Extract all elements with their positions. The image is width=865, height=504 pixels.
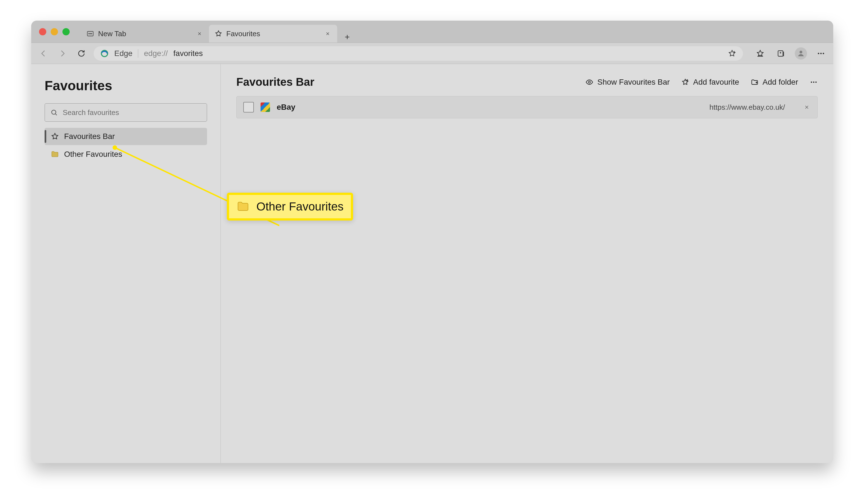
close-window-button[interactable] [39, 28, 46, 35]
main-header: Favourites Bar Show Favourites Bar Add f… [236, 76, 818, 88]
show-favourites-bar-button[interactable]: Show Favourites Bar [586, 78, 670, 86]
sidebar-tree: Favourites Bar Other Favourites [45, 128, 207, 163]
folder-icon [51, 150, 59, 159]
new-tab-button[interactable] [342, 32, 353, 43]
svg-point-6 [799, 51, 802, 54]
add-folder-button[interactable]: Add folder [751, 78, 798, 86]
svg-point-9 [823, 52, 824, 54]
tab-favourites[interactable]: Favourites [209, 25, 337, 43]
search-favourites[interactable] [45, 103, 207, 122]
more-menu-button[interactable] [814, 47, 828, 60]
tab-label: Favourites [226, 30, 260, 38]
profile-button[interactable] [795, 47, 807, 60]
action-label: Add folder [762, 78, 798, 86]
sidebar-title: Favourites [45, 78, 207, 93]
favourite-url: https://www.ebay.co.uk/ [710, 103, 785, 112]
site-favicon [261, 103, 270, 112]
svg-point-3 [91, 33, 92, 34]
favourite-name: eBay [277, 103, 296, 112]
svg-point-10 [51, 110, 56, 114]
close-tab-button[interactable] [324, 30, 332, 38]
annotation-label: Other Favourites [256, 200, 344, 213]
sidebar-item-favourites-bar[interactable]: Favourites Bar [45, 128, 207, 145]
sidebar-item-label: Other Favourites [64, 150, 122, 159]
tab-label: New Tab [98, 30, 126, 38]
add-favourite-star-button[interactable] [728, 49, 736, 58]
edge-logo-icon [100, 49, 109, 58]
delete-favourite-button[interactable] [803, 103, 811, 111]
action-label: Add favourite [693, 78, 739, 86]
address-brand: Edge [114, 49, 132, 58]
forward-button[interactable] [56, 47, 69, 60]
svg-point-11 [589, 81, 590, 83]
folder-icon [236, 200, 250, 213]
favourites-menu-button[interactable] [753, 47, 767, 60]
address-bar[interactable]: Edge edge://favorites [94, 46, 743, 61]
add-favourite-button[interactable]: Add favourite [681, 78, 739, 86]
star-icon [51, 132, 59, 141]
maximize-window-button[interactable] [62, 28, 70, 35]
tab-icon [86, 30, 94, 38]
svg-point-1 [89, 33, 89, 34]
svg-point-2 [90, 33, 91, 34]
url-page: favorites [173, 49, 203, 58]
main-panel: Favourites Bar Show Favourites Bar Add f… [221, 64, 833, 463]
tab-strip: New Tab Favourites [81, 21, 353, 43]
toolbar: Edge edge://favorites [31, 43, 833, 64]
tab-new-tab[interactable]: New Tab [81, 25, 209, 43]
back-button[interactable] [37, 47, 50, 60]
url-scheme: edge:// [144, 49, 168, 58]
titlebar: New Tab Favourites [31, 21, 833, 43]
content: Favourites Favourites Bar [31, 64, 833, 463]
minimize-window-button[interactable] [51, 28, 58, 35]
sidebar: Favourites Favourites Bar [31, 64, 221, 463]
sidebar-item-label: Favourites Bar [64, 132, 115, 141]
search-input[interactable] [63, 108, 201, 117]
favourite-row[interactable]: eBay https://www.ebay.co.uk/ [236, 96, 818, 118]
svg-point-14 [815, 81, 817, 83]
separator [138, 49, 138, 58]
toolbar-right [753, 47, 828, 60]
more-actions-button[interactable] [810, 78, 818, 86]
window-controls [39, 28, 70, 35]
svg-point-8 [820, 52, 822, 54]
sidebar-item-other-favourites[interactable]: Other Favourites [45, 145, 207, 163]
reload-button[interactable] [75, 47, 88, 60]
search-icon [50, 109, 58, 116]
action-label: Show Favourites Bar [597, 78, 670, 86]
svg-point-12 [811, 81, 812, 83]
collections-button[interactable] [774, 47, 787, 60]
main-actions: Show Favourites Bar Add favourite Add fo… [586, 78, 818, 86]
svg-point-7 [818, 52, 819, 54]
close-tab-button[interactable] [196, 30, 204, 38]
svg-point-13 [813, 81, 815, 83]
row-checkbox[interactable] [243, 102, 254, 113]
main-title: Favourites Bar [236, 76, 314, 88]
star-icon [215, 30, 222, 38]
annotation-callout: Other Favourites [227, 193, 353, 221]
